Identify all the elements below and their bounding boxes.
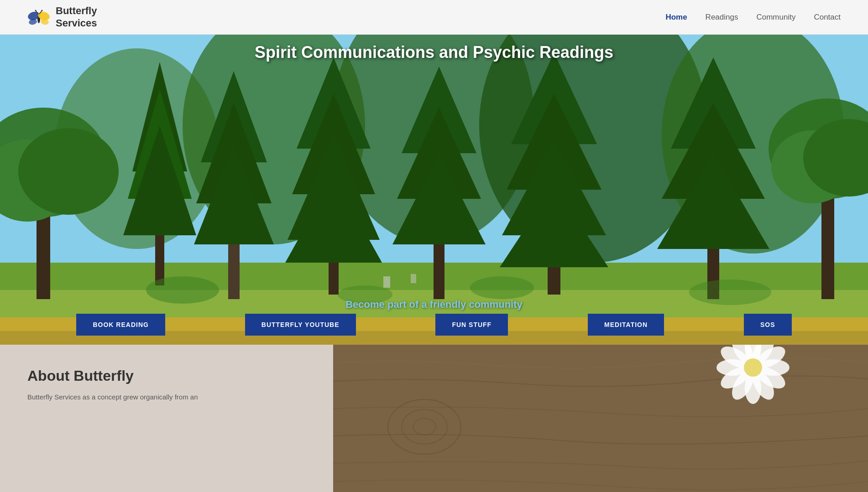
about-left-panel: About Butterfly Butterfly Services as a … — [0, 345, 333, 492]
nav-item-contact[interactable]: Contact — [814, 13, 841, 22]
hero-trees-illustration — [0, 35, 868, 345]
nav-link-home[interactable]: Home — [665, 13, 687, 21]
svg-point-25 — [18, 128, 119, 215]
about-right-panel — [333, 345, 868, 492]
svg-point-54 — [470, 276, 534, 299]
navbar: Butterfly Services Home Readings Communi… — [0, 0, 868, 35]
nav-link-contact[interactable]: Contact — [814, 13, 841, 21]
brand-name: Butterfly Services — [56, 5, 97, 29]
fun-stuff-button[interactable]: FUN STUFF — [435, 314, 508, 336]
book-reading-button[interactable]: BOOK READING — [76, 314, 165, 336]
nav-link-readings[interactable]: Readings — [706, 13, 738, 21]
svg-point-52 — [146, 276, 219, 304]
svg-rect-56 — [383, 276, 390, 288]
about-section: About Butterfly Butterfly Services as a … — [0, 345, 868, 492]
svg-point-8 — [42, 10, 43, 11]
sos-button[interactable]: SOS — [744, 314, 792, 336]
brand: Butterfly Services — [27, 5, 97, 29]
nav-links: Home Readings Community Contact — [665, 13, 841, 22]
nav-item-readings[interactable]: Readings — [706, 13, 738, 22]
about-title: About Butterfly — [27, 368, 306, 384]
nav-link-community[interactable]: Community — [756, 13, 795, 21]
about-text: Butterfly Services as a concept grew org… — [27, 392, 306, 403]
svg-point-75 — [744, 358, 762, 377]
hero-section: Spirit Communications and Psychic Readin… — [0, 35, 868, 345]
svg-point-7 — [35, 10, 37, 11]
svg-rect-57 — [411, 274, 416, 283]
hero-title: Spirit Communications and Psychic Readin… — [255, 43, 613, 62]
svg-point-55 — [689, 280, 771, 305]
meditation-button[interactable]: MEDITATION — [588, 314, 664, 336]
butterfly-youtube-button[interactable]: BUTTERFLY YOUTUBE — [245, 314, 356, 336]
nav-item-community[interactable]: Community — [756, 13, 795, 22]
butterfly-logo-icon — [27, 6, 50, 29]
nav-item-home[interactable]: Home — [665, 13, 687, 22]
hero-subtitle: Become part of a friendly community — [345, 299, 523, 311]
about-right-texture — [333, 345, 868, 492]
hero-buttons-container: BOOK READING BUTTERFLY YOUTUBE FUN STUFF… — [0, 314, 868, 336]
